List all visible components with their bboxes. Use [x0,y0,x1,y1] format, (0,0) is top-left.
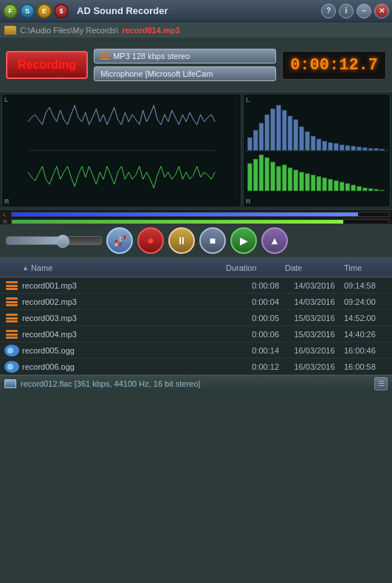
filepath-bar: C:\Audio Files\My Records\ record014.mp3 [0,22,392,38]
rocket-icon: 🚀 [114,235,126,246]
btn-s[interactable]: S [20,4,35,18]
table-row[interactable]: record005.ogg 0:00:14 16/03/2016 16:00:4… [0,342,392,359]
file-name: record001.mp3 [19,281,226,290]
volume-thumb[interactable] [56,235,69,248]
file-time: 16:00:46 [344,346,392,355]
stop-icon: ■ [210,235,216,246]
file-name: record005.ogg [19,346,226,355]
level-label-r: R [3,218,9,225]
svg-rect-44 [351,185,356,191]
title-bar-left: F S E $ AD Sound Recorder [3,4,168,18]
file-duration: 0:00:05 [226,314,285,322]
col-header-duration[interactable]: Duration [226,263,285,272]
svg-rect-38 [317,176,321,190]
filelist-header: ▲ Name Duration Date Time [0,258,392,277]
btn-e[interactable]: E [37,4,52,18]
status-scroll-button[interactable]: ☰ [374,377,388,390]
level-meters: L R [0,210,392,224]
close-button[interactable]: ✕ [374,4,389,18]
col-header-date[interactable]: Date [285,263,344,272]
filelist-container: ▲ Name Duration Date Time record001.mp3 … [0,257,392,375]
format-button[interactable]: MP3 128 kbps stereo [94,49,276,63]
file-duration: 0:00:06 [226,330,285,339]
table-row[interactable]: record004.mp3 0:00:06 15/03/2016 14:40:2… [0,326,392,342]
device-button[interactable]: Microphone [Microsoft LifeCam [94,66,276,81]
svg-rect-31 [276,166,281,190]
pause-button[interactable]: ⏸ [168,227,195,254]
svg-rect-2 [253,131,258,151]
recording-bar: Recording MP3 128 kbps stereo Microphone… [0,38,392,92]
svg-rect-41 [334,181,338,191]
file-time: 09:14:58 [344,281,392,290]
help-button[interactable]: ? [321,4,336,18]
status-bar: record012.flac [361 kbps, 44100 Hz, 16 b… [0,375,392,391]
svg-rect-47 [368,189,373,191]
record-button[interactable]: ● [137,227,164,254]
svg-rect-40 [329,179,333,191]
status-file-icon [4,379,16,388]
level-meter-left: L [3,211,389,217]
level-bar-r [12,220,343,224]
level-bar-l [12,213,358,216]
upload-icon: ▲ [269,235,280,246]
svg-rect-20 [357,147,362,151]
stop-button[interactable]: ■ [199,227,226,254]
file-date: 15/03/2016 [285,330,344,339]
svg-rect-45 [357,187,362,191]
waveform-svg-left [2,94,241,207]
svg-rect-30 [271,162,275,191]
file-name: record003.mp3 [19,314,226,322]
mp3-icon [4,280,19,291]
svg-rect-9 [294,120,298,151]
file-time: 16:00:58 [344,362,392,371]
filepath-path: C:\Audio Files\My Records\ [20,26,118,35]
table-row[interactable]: record006.ogg 0:00:12 16/03/2016 16:00:5… [0,359,392,375]
svg-rect-3 [259,123,264,151]
rocket-button[interactable]: 🚀 [106,227,133,254]
timer-display: 0:00:12.7 [282,51,386,80]
file-time: 14:40:26 [344,330,392,339]
file-duration: 0:00:14 [226,346,285,355]
svg-rect-46 [362,188,367,191]
controls-bar: 🚀 ● ⏸ ■ ▶ ▲ [0,224,392,257]
play-button[interactable]: ▶ [230,227,257,254]
mp3-icon [4,313,19,323]
svg-rect-5 [271,108,275,151]
mp3-icon [4,297,19,307]
file-duration: 0:00:04 [226,297,285,306]
upload-button[interactable]: ▲ [261,227,288,254]
scroll-icon: ☰ [378,379,385,387]
svg-rect-49 [380,190,385,191]
svg-rect-7 [282,110,286,151]
svg-rect-39 [323,178,327,191]
waveform-right: L R [243,94,391,207]
svg-rect-13 [317,139,321,151]
file-date: 16/03/2016 [285,362,344,371]
recording-status: Recording [6,51,88,79]
col-header-name[interactable]: ▲ Name [0,263,226,272]
svg-rect-19 [351,146,356,151]
waveform-container: L R L R [0,92,392,210]
btn-f[interactable]: F [3,4,18,18]
title-bar-right: ? i – ✕ [321,4,389,18]
svg-rect-10 [300,127,304,151]
level-meter-right: R [3,218,389,224]
col-header-time[interactable]: Time [344,263,392,272]
info-button[interactable]: i [339,4,354,18]
svg-rect-12 [311,137,315,151]
format-icon [100,52,109,60]
table-row[interactable]: record003.mp3 0:00:05 15/03/2016 14:52:0… [0,310,392,326]
level-bar-container-l [11,212,389,217]
volume-slider[interactable] [6,236,102,245]
svg-rect-18 [345,145,350,151]
svg-rect-37 [311,175,315,190]
minimize-button[interactable]: – [357,4,371,18]
btn-dollar[interactable]: $ [54,4,69,18]
pause-icon: ⏸ [176,235,187,246]
table-row[interactable]: record002.mp3 0:00:04 14/03/2016 09:24:0… [0,294,392,310]
svg-rect-4 [265,114,269,151]
table-row[interactable]: record001.mp3 0:00:08 14/03/2016 09:14:5… [0,277,392,294]
file-name: record006.ogg [19,362,226,371]
svg-rect-1 [247,137,252,151]
svg-rect-16 [334,143,338,151]
